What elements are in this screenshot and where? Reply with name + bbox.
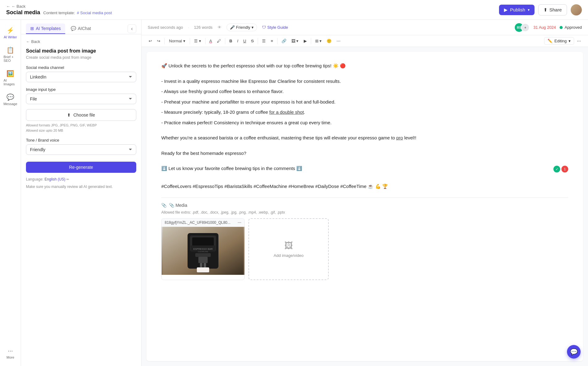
add-media-button[interactable]: 🖼 Add image/video [248,218,329,280]
paperclip-icon: 📎 [161,203,167,208]
sidebar-item-more[interactable]: ··· More [1,344,20,362]
template-link[interactable]: # Social media post [77,11,112,15]
italic-button[interactable]: I [235,37,241,45]
sidebar-label-brief-seo: Brief + SEO [4,55,17,62]
panel-description: Create social media post from image [26,55,136,60]
avatar[interactable] [571,4,582,15]
share-button[interactable]: ⬆ Share [538,4,567,15]
bullet-4: - Measure precisely: typically, 18-20 gr… [161,108,568,116]
format-toolbar: ↩ ↪ Normal ▾ ☰ ▾ A 🖊 B I U S ☰ ≡ 🔗 🖼 ▾ ▶ [142,35,588,47]
hashtags-paragraph: #CoffeeLovers #EspressoTips #BaristaSkil… [161,182,568,190]
editing-mode-button[interactable]: ✏️ Editing ▾ [544,37,574,45]
toolbar-separator-7 [311,38,311,44]
tab-ai-chat[interactable]: 💬 AIChat [66,23,95,34]
editor-content[interactable]: 🚀 Unlock the secrets to the perfect espr… [146,52,583,361]
sidebar-label-message: Message [3,102,17,106]
intro-paragraph: 🚀 Unlock the secrets to the perfect espr… [161,62,568,70]
back-button[interactable]: ← ← Back [6,4,26,9]
pencil-icon: ✏️ [548,39,552,43]
language-link[interactable]: English (US) [44,177,65,181]
image-embed-button[interactable]: 🖼 ▾ [289,37,301,45]
toolbar-separator-6 [277,38,277,44]
share-label: Share [549,7,562,12]
panel-title: Social media post from image [26,48,136,54]
editor-avatar-secondary: + [521,23,530,32]
play-button[interactable]: ▶ [302,37,309,45]
highlight-button[interactable]: 🖊 [215,37,223,45]
regenerate-button[interactable]: Re-generate [26,162,136,173]
media-options-icon[interactable]: ⋯ [238,220,241,225]
bullet-5: - Practice makes perfect! Consistency in… [161,119,568,127]
media-allowed-formats: Allowed file extns: .pdf, .doc, .docx, .… [161,210,568,215]
publish-label: Publish [510,7,525,12]
svg-text:CLEARLINE: CLEARLINE [198,251,208,253]
sidebar-item-brief-seo[interactable]: 📋 Brief + SEO [1,43,20,66]
message-icon: 💬 [6,93,14,101]
main-paragraph: Whether you're a seasoned barista or a c… [161,134,568,142]
tone-select[interactable]: Friendly Professional Casual Formal [26,144,136,155]
table-button[interactable]: ⊞ ▾ [313,37,324,45]
svg-rect-8 [197,267,209,272]
sidebar-item-message[interactable]: 💬 Message [1,90,20,109]
align-button[interactable]: ☰ ▾ [192,37,203,45]
bullet-3: - Preheat your machine and portafilter t… [161,98,568,106]
tab-ai-chat-label: AIChat [78,26,91,31]
document-icon: 📋 [6,46,14,54]
style-select-label: Normal [169,39,182,43]
numbered-list-button[interactable]: ≡ [269,37,275,45]
sidebar-label-ai-writer: AI Writer [4,35,17,39]
collapse-panel-button[interactable]: ‹ [128,24,136,33]
more-icon: ··· [8,347,13,354]
media-section: 📎 📎 Media Allowed file extns: .pdf, .doc… [161,198,568,280]
bullet-2: - Always use freshly ground coffee beans… [161,87,568,96]
panel-body: ← Back Social media post from image Crea… [21,34,141,366]
tab-ai-templates[interactable]: ⊞ AI Templates [26,23,65,34]
edit-language-icon[interactable]: ✏ [66,177,69,181]
link-button[interactable]: 🔗 [279,37,289,45]
emoji-button[interactable]: 🙂 [324,37,334,45]
editing-chevron-icon: ▾ [569,39,571,43]
word-count: 126 words [194,25,213,30]
chat-support-button[interactable]: 💬 [567,345,581,359]
publish-button[interactable]: ▶ Publish ▾ [499,5,535,15]
panel-back-label: Back [31,39,40,44]
back-label: ← Back [11,4,26,9]
style-guide-button[interactable]: 🛡 Style Guide [262,25,288,30]
image-input-select[interactable]: File URL [26,94,136,104]
eye-icon: 👁 [218,25,222,30]
redo-button[interactable]: ↪ [155,37,163,45]
editor-topbar: Saved seconds ago · 126 words 👁 🎤 Friend… [142,20,588,35]
comment-badges: ✓ 1 [553,166,568,172]
media-card-image: ESPRESSO BAR CLEARLINE [162,227,244,275]
inline-link[interactable]: for a double shot [269,109,304,115]
choose-file-button[interactable]: ⬆ Choose file [26,109,136,121]
sidebar-item-ai-writer[interactable]: ⚡ AI Writer [1,23,20,42]
comment-cta-text: ⬇️ Let us know your favorite coffee brew… [161,166,302,171]
bullet-list-button[interactable]: ☰ [260,37,268,45]
content-template-label: Content template: [43,11,75,15]
text-color-button[interactable]: A [207,37,214,45]
panel-back-button[interactable]: ← Back [26,39,136,44]
content-template-row: Content template: # Social media post [43,11,112,15]
sidebar-item-ai-images[interactable]: 🖼️ AI Images [1,67,20,89]
pro-link[interactable]: pro [396,135,403,140]
page-title: Social media [6,9,40,16]
media-card-1: 818gyfjYmZL._AC_UF8941000_QL80... ⋯ [161,218,245,280]
underline-button[interactable]: U [241,37,248,45]
image-icon: 🖼️ [6,70,14,77]
tone-badge[interactable]: 🎤 Friendly ▾ [226,23,257,31]
image-input-label: Image input type [26,87,136,92]
social-channel-select[interactable]: LinkedIn Twitter Facebook Instagram [26,72,136,82]
mic-icon: 🎤 [230,25,235,30]
chat-icon: 💬 [570,348,578,355]
undo-button[interactable]: ↩ [146,37,154,45]
sidebar-label-more: More [6,355,14,359]
more-options-button[interactable]: ⋯ [334,37,343,45]
bold-button[interactable]: B [227,37,234,45]
svg-text:ESPRESSO BAR: ESPRESSO BAR [193,248,213,250]
strikethrough-button[interactable]: S [249,37,256,45]
toolbar-more-button[interactable]: ⋯ [575,37,583,45]
main-layout: ⚡ AI Writer 📋 Brief + SEO 🖼️ AI Images 💬… [0,20,588,366]
chat-icon: 💬 [71,26,76,31]
style-select[interactable]: Normal ▾ [167,37,188,45]
